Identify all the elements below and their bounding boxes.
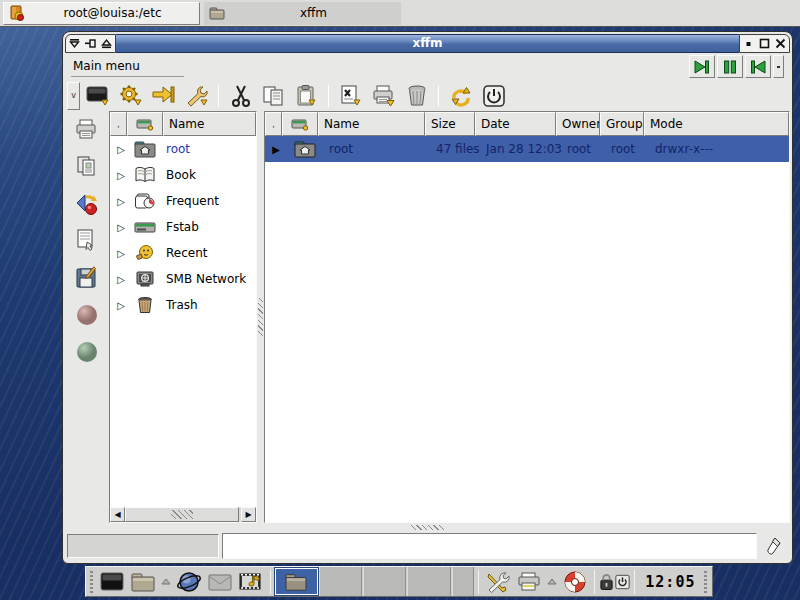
tree-item-label[interactable]: Fstab [158,220,199,234]
launcher-terminal[interactable] [97,567,127,596]
launcher-file-manager[interactable] [128,567,158,596]
scissors-icon [229,84,253,108]
task-button-xffm[interactable]: xffm [204,2,401,25]
command-input[interactable] [222,533,757,559]
tools-button[interactable] [181,82,212,110]
scroll-right-arrow[interactable]: ▶ [241,507,256,522]
task-button-terminal[interactable]: root@louisa:/etc [3,2,200,25]
tree-corner-header[interactable]: , [110,112,127,136]
side-sphere-green-button[interactable] [71,337,103,367]
toolbar-collapse-handle[interactable]: v [67,82,80,110]
main-menu[interactable]: Main menu [71,56,184,77]
titlebar[interactable]: xffm [65,34,790,53]
skip-forward-button[interactable] [689,55,715,78]
expander-icon[interactable]: ▷ [110,196,132,207]
launcher-help[interactable] [560,567,590,596]
column-header-owner[interactable]: Owner [556,112,600,136]
column-header-mode[interactable]: Mode [644,112,789,136]
panel-handle[interactable] [702,569,710,594]
task-slot-empty [319,567,362,596]
expander-icon[interactable]: ▷ [110,248,132,259]
tree-item-fstab[interactable]: ▷ Fstab [110,214,256,240]
shade-icon[interactable] [101,38,112,49]
copy-button[interactable] [258,82,289,110]
launcher-printer[interactable] [514,567,544,596]
tree-item-root[interactable]: ▷ root [110,136,256,162]
stick-icon[interactable] [85,38,96,49]
expander-icon[interactable]: ▷ [110,274,132,285]
maximize-icon[interactable] [759,38,770,49]
skip-back-button[interactable] [745,55,771,78]
tree-name-header[interactable]: Name [163,112,256,136]
column-header-name[interactable]: Name [318,112,425,136]
tree-item-recent[interactable]: ▷ Recent [110,240,256,266]
task-button-xffm-panel[interactable] [275,568,318,595]
expander-icon[interactable]: ▷ [110,144,132,155]
settings-button[interactable] [115,82,146,110]
side-print-button[interactable] [71,115,103,145]
tree-horizontal-scrollbar[interactable]: ◀ ▶ [110,507,256,522]
open-terminal-button[interactable] [82,82,113,110]
tree-item-frequent[interactable]: ▷ Frequent [110,188,256,214]
side-copy-button[interactable] [71,152,103,182]
launcher-media-player[interactable] [236,567,266,596]
side-select-button[interactable] [71,226,103,256]
launcher-web-browser[interactable] [174,567,204,596]
refresh-button[interactable] [445,82,476,110]
eraser-button[interactable] [760,536,788,556]
trash-button[interactable] [401,82,432,110]
list-corner-header[interactable]: , [265,112,282,136]
expander-icon[interactable]: ▶ [265,144,287,155]
scroll-left-arrow[interactable]: ◀ [110,507,125,522]
pane-splitter[interactable] [257,111,264,523]
side-sync-button[interactable] [71,189,103,219]
pause-icon [722,59,738,75]
document-hand-icon [74,228,100,254]
tree-item-label[interactable]: SMB Network [158,272,246,286]
go-to-button[interactable] [148,82,179,110]
tree-item-label[interactable]: Trash [158,298,198,312]
cut-button[interactable] [225,82,256,110]
window-menu-icon[interactable] [69,38,80,49]
scripts-button[interactable] [335,82,366,110]
column-header-size[interactable]: Size [425,112,475,136]
tree-item-label[interactable]: Book [158,168,196,182]
detach-handle[interactable] [773,55,784,78]
tree-icon-header[interactable] [127,112,163,136]
hide-icon[interactable] [743,38,754,49]
paste-button[interactable] [291,82,322,110]
tree-item-book[interactable]: ▷ Book [110,162,256,188]
scrollbar-thumb[interactable] [125,507,239,522]
launcher-tools[interactable] [483,567,513,596]
skip-forward-icon [693,59,711,75]
side-sphere-red-button[interactable] [71,300,103,330]
list-panel: , Name Size Date Owner Group Mode ▶ [264,111,790,523]
expander-icon[interactable]: ▷ [110,170,132,181]
launcher-mail[interactable] [205,567,235,596]
drawer-up-arrow[interactable] [159,567,173,596]
quit-button[interactable] [478,82,509,110]
quit-session-button[interactable] [615,567,630,596]
up-arrow-icon [547,578,557,585]
tree-item-label[interactable]: root [158,142,190,156]
tree-item-label[interactable]: Recent [158,246,207,260]
tree-item-trash[interactable]: ▷ Trash [110,292,256,318]
tree-item-label[interactable]: Frequent [158,194,219,208]
tree-item-smb-network[interactable]: ▷ SMB Network [110,266,256,292]
toolbar-separator [438,85,439,107]
expander-icon[interactable]: ▷ [110,300,132,311]
lock-screen-button[interactable] [599,567,614,596]
print-button[interactable] [368,82,399,110]
close-icon[interactable] [775,38,786,49]
list-icon-header[interactable] [282,112,318,136]
column-header-date[interactable]: Date [475,112,556,136]
pause-button[interactable] [717,55,743,78]
column-header-group[interactable]: Group [600,112,644,136]
side-save-button[interactable] [71,263,103,293]
list-row-root[interactable]: ▶ root 47 files Jan 28 12:03 root root d… [265,136,789,162]
vertical-pane-handle[interactable] [65,523,790,531]
expander-icon[interactable]: ▷ [110,222,132,233]
drawer-up-arrow[interactable] [545,567,559,596]
panel-handle[interactable] [88,569,96,594]
window-title[interactable]: xffm [116,34,739,53]
